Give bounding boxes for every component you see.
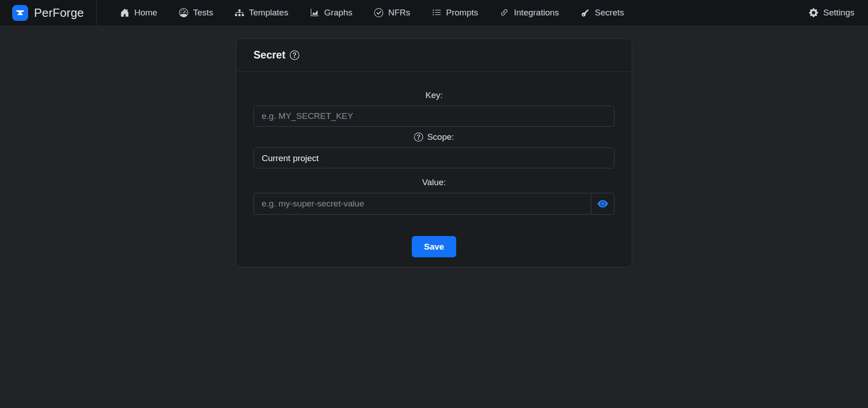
nav-item-graphs[interactable]: Graphs <box>310 8 352 18</box>
nav-item-prompts[interactable]: Prompts <box>432 8 478 18</box>
secret-card-body: Key: Scope: Current project Value: <box>236 72 632 267</box>
card-title: Secret <box>254 49 285 61</box>
save-button[interactable]: Save <box>412 236 456 257</box>
value-label: Value: <box>254 177 614 187</box>
question-circle-icon[interactable] <box>414 133 423 142</box>
gear-icon <box>809 8 818 17</box>
nav-label: Home <box>134 8 157 18</box>
speedometer-icon <box>179 8 188 17</box>
list-icon <box>432 8 441 17</box>
chart-icon <box>310 8 319 17</box>
top-navbar: PerForge Home Tests Templates Graphs <box>0 0 868 25</box>
nav-item-secrets[interactable]: Secrets <box>581 8 624 18</box>
nav-item-settings[interactable]: Settings <box>809 8 854 18</box>
key-icon <box>581 8 590 17</box>
scope-select[interactable]: Current project <box>254 147 614 168</box>
nav-label: Prompts <box>446 8 478 18</box>
home-icon <box>120 8 129 17</box>
key-label: Key: <box>254 90 614 100</box>
nav-label: Settings <box>823 8 854 18</box>
secret-card: Secret Key: Scope: Current project Value… <box>236 39 632 267</box>
nav-item-nfrs[interactable]: NFRs <box>374 8 410 18</box>
link-icon <box>500 8 509 17</box>
value-input[interactable] <box>254 193 591 214</box>
toggle-visibility-button[interactable] <box>591 193 614 214</box>
diagram-icon <box>235 8 244 17</box>
nav-label: Integrations <box>514 8 559 18</box>
nav-item-home[interactable]: Home <box>120 8 157 18</box>
navbar-divider <box>96 0 97 25</box>
nav-label: Tests <box>193 8 213 18</box>
nav-item-templates[interactable]: Templates <box>235 8 288 18</box>
nav-label: NFRs <box>388 8 410 18</box>
nav-label: Graphs <box>324 8 352 18</box>
brand[interactable]: PerForge <box>0 0 96 25</box>
key-input[interactable] <box>254 106 614 127</box>
secret-card-header: Secret <box>236 39 632 72</box>
value-input-group <box>254 193 614 215</box>
brand-name: PerForge <box>34 6 84 20</box>
scope-label: Scope: <box>254 132 614 142</box>
nav-item-tests[interactable]: Tests <box>179 8 213 18</box>
check-circle-icon <box>374 8 383 17</box>
nav-label: Secrets <box>595 8 624 18</box>
perforge-logo-icon <box>12 5 28 21</box>
main-nav: Home Tests Templates Graphs NFRs <box>120 8 624 18</box>
save-row: Save <box>254 236 614 257</box>
nav-item-integrations[interactable]: Integrations <box>500 8 559 18</box>
question-circle-icon[interactable] <box>290 50 299 60</box>
eye-icon <box>597 198 608 209</box>
nav-label: Templates <box>249 8 288 18</box>
